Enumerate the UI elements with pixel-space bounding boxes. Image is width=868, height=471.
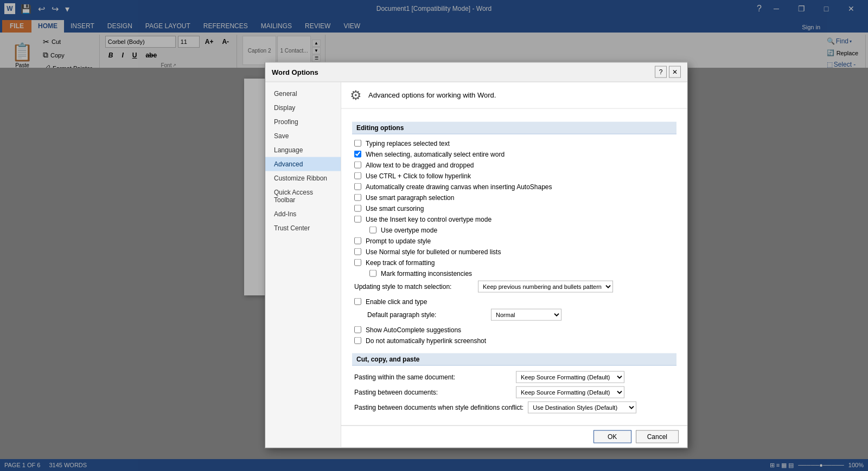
dialog-help-button[interactable]: ? [655, 66, 667, 78]
dialog-ok-button[interactable]: OK [593, 430, 631, 443]
overtype-mode-checkbox[interactable] [369, 227, 376, 234]
smart-paragraph-checkbox[interactable] [354, 194, 361, 201]
nav-item-addins[interactable]: Add-Ins [265, 207, 341, 221]
option-keep-track-formatting: Keep track of formatting [352, 259, 676, 266]
no-auto-hyperlink-label[interactable]: Do not automatically hyperlink screensho… [366, 337, 486, 344]
option-overtype-mode: Use overtype mode [352, 226, 676, 234]
dialog-content: Editing options Typing replaces selected… [341, 108, 687, 425]
enable-click-type-checkbox[interactable] [354, 298, 361, 305]
option-prompt-update-style: Prompt to update style [352, 237, 676, 244]
auto-drawing-canvas-checkbox[interactable] [354, 183, 361, 190]
dialog-footer: OK Cancel [341, 425, 687, 447]
keep-track-formatting-label[interactable]: Keep track of formatting [366, 259, 435, 266]
nav-item-language[interactable]: Language [265, 143, 341, 157]
default-paragraph-row: Default paragraph style: Normal [352, 308, 676, 320]
nav-item-advanced[interactable]: Advanced [265, 157, 341, 171]
pasting-conflict-label: Pasting between documents when style def… [354, 403, 524, 411]
dialog-nav: General Display Proofing Save Language A… [265, 82, 341, 447]
pasting-same-doc-row: Pasting within the same document: Keep S… [352, 371, 676, 383]
show-autocomplete-checkbox[interactable] [354, 326, 361, 333]
insert-key-overtype-checkbox[interactable] [354, 216, 361, 223]
option-typing-replaces: Typing replaces selected text [352, 139, 676, 147]
option-smart-paragraph: Use smart paragraph selection [352, 193, 676, 201]
normal-style-lists-checkbox[interactable] [354, 248, 361, 255]
prompt-update-style-checkbox[interactable] [354, 237, 361, 244]
overtype-mode-label[interactable]: Use overtype mode [381, 226, 437, 234]
updating-style-row: Updating style to match selection: Keep … [352, 280, 676, 292]
auto-select-word-label[interactable]: When selecting, automatically select ent… [366, 150, 505, 158]
nav-item-proofing[interactable]: Proofing [265, 114, 341, 128]
option-ctrl-click: Use CTRL + Click to follow hyperlink [352, 172, 676, 179]
dialog-titlebar: Word Options ? ✕ [265, 62, 687, 82]
option-no-auto-hyperlink: Do not automatically hyperlink screensho… [352, 337, 676, 344]
option-mark-formatting: Mark formatting inconsistencies [352, 269, 676, 277]
dialog-header-text: Advanced options for working with Word. [368, 91, 496, 99]
pasting-between-docs-row: Pasting between documents: Keep Source F… [352, 386, 676, 398]
default-paragraph-select[interactable]: Normal [491, 308, 561, 320]
dialog-body: General Display Proofing Save Language A… [265, 82, 687, 447]
dialog-right: ⚙ Advanced options for working with Word… [341, 82, 687, 447]
option-insert-key-overtype: Use the Insert key to control overtype m… [352, 215, 676, 223]
nav-item-save[interactable]: Save [265, 128, 341, 143]
ctrl-click-checkbox[interactable] [354, 172, 361, 179]
typing-replaces-checkbox[interactable] [354, 140, 361, 147]
option-auto-select-word: When selecting, automatically select ent… [352, 150, 676, 158]
no-auto-hyperlink-checkbox[interactable] [354, 337, 361, 344]
option-allow-drag-drop: Allow text to be dragged and dropped [352, 161, 676, 169]
nav-item-display[interactable]: Display [265, 100, 341, 114]
editing-options-header: Editing options [352, 121, 676, 134]
option-auto-drawing-canvas: Automatically create drawing canvas when… [352, 183, 676, 190]
nav-item-quick-access[interactable]: Quick Access Toolbar [265, 185, 341, 207]
show-autocomplete-label[interactable]: Show AutoComplete suggestions [366, 326, 461, 333]
mark-formatting-checkbox[interactable] [369, 270, 376, 277]
smart-paragraph-label[interactable]: Use smart paragraph selection [366, 193, 454, 201]
mark-formatting-label[interactable]: Mark formatting inconsistencies [381, 269, 472, 277]
nav-item-general[interactable]: General [265, 86, 341, 100]
cut-copy-paste-header: Cut, copy, and paste [352, 353, 676, 365]
updating-style-label: Updating style to match selection: [354, 282, 474, 290]
typing-replaces-label[interactable]: Typing replaces selected text [366, 139, 450, 147]
updating-style-select[interactable]: Keep previous numbering and bullets patt… [478, 280, 613, 292]
pasting-between-docs-label: Pasting between documents: [354, 388, 512, 396]
pasting-conflict-row: Pasting between documents when style def… [352, 401, 676, 413]
smart-cursoring-label[interactable]: Use smart cursoring [366, 204, 424, 212]
dialog-title-controls: ? ✕ [655, 66, 681, 78]
prompt-update-style-label[interactable]: Prompt to update style [366, 237, 431, 244]
auto-select-word-checkbox[interactable] [354, 151, 361, 158]
dialog-header-icon: ⚙ [350, 87, 362, 102]
allow-drag-drop-checkbox[interactable] [354, 162, 361, 169]
word-options-dialog: Word Options ? ✕ General Display Proofin… [265, 62, 688, 448]
enable-click-type-label[interactable]: Enable click and type [366, 298, 427, 305]
pasting-same-doc-select[interactable]: Keep Source Formatting (Default) [516, 371, 624, 383]
default-paragraph-label: Default paragraph style: [367, 311, 487, 318]
smart-cursoring-checkbox[interactable] [354, 205, 361, 212]
pasting-conflict-select[interactable]: Use Destination Styles (Default) [528, 401, 636, 413]
dialog-header-bar: ⚙ Advanced options for working with Word… [341, 82, 687, 108]
option-show-autocomplete: Show AutoComplete suggestions [352, 326, 676, 333]
keep-track-formatting-checkbox[interactable] [354, 259, 361, 266]
auto-drawing-canvas-label[interactable]: Automatically create drawing canvas when… [366, 183, 552, 190]
option-normal-style-lists: Use Normal style for bulleted or numbere… [352, 248, 676, 255]
nav-item-customize-ribbon[interactable]: Customize Ribbon [265, 171, 341, 185]
normal-style-lists-label[interactable]: Use Normal style for bulleted or numbere… [366, 248, 501, 255]
nav-item-trust-center[interactable]: Trust Center [265, 221, 341, 235]
allow-drag-drop-label[interactable]: Allow text to be dragged and dropped [366, 161, 474, 169]
option-smart-cursoring: Use smart cursoring [352, 204, 676, 212]
pasting-same-doc-label: Pasting within the same document: [354, 373, 512, 380]
dialog-close-button[interactable]: ✕ [669, 66, 681, 78]
dialog-cancel-button[interactable]: Cancel [636, 430, 679, 443]
option-enable-click-type: Enable click and type [352, 298, 676, 305]
insert-key-overtype-label[interactable]: Use the Insert key to control overtype m… [366, 215, 492, 223]
pasting-between-docs-select[interactable]: Keep Source Formatting (Default) [516, 386, 624, 398]
dialog-title: Word Options [272, 68, 318, 76]
ctrl-click-label[interactable]: Use CTRL + Click to follow hyperlink [366, 172, 471, 179]
